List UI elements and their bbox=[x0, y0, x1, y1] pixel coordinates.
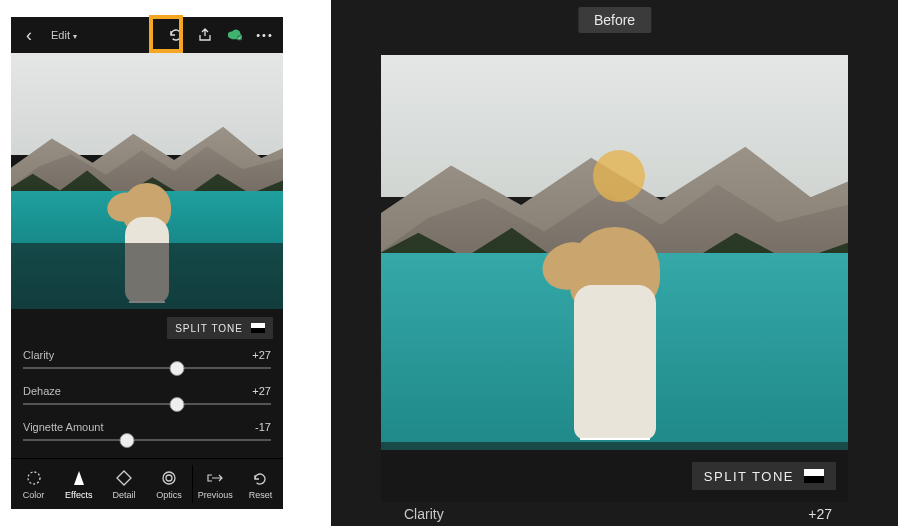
svg-point-3 bbox=[166, 475, 172, 481]
split-tone-button-large[interactable]: SPLIT TONE bbox=[692, 462, 836, 490]
svg-point-2 bbox=[163, 472, 175, 484]
reset-icon bbox=[251, 469, 269, 487]
image-overlay bbox=[11, 243, 283, 309]
before-pill: Before bbox=[578, 7, 651, 33]
clarity-label: Clarity bbox=[404, 506, 444, 522]
dehaze-slider[interactable]: Dehaze +27 bbox=[23, 385, 271, 415]
tool-effects[interactable]: Effects bbox=[56, 459, 101, 509]
share-icon[interactable] bbox=[197, 27, 213, 43]
more-icon[interactable]: ••• bbox=[257, 27, 273, 43]
tool-color[interactable]: Color bbox=[11, 459, 56, 509]
tool-reset[interactable]: Reset bbox=[238, 459, 283, 509]
optics-icon bbox=[160, 469, 178, 487]
effects-icon bbox=[70, 469, 88, 487]
back-icon[interactable]: ‹ bbox=[21, 27, 37, 43]
phone-editor: ‹ Edit ▾ ••• bbox=[11, 17, 283, 509]
touch-indicator-icon bbox=[593, 150, 645, 202]
mode-label[interactable]: Edit ▾ bbox=[51, 29, 77, 41]
split-tone-icon bbox=[251, 323, 265, 333]
vignette-slider[interactable]: Vignette Amount -17 bbox=[23, 421, 271, 451]
previous-icon bbox=[206, 469, 224, 487]
detail-icon bbox=[115, 469, 133, 487]
before-panel: Before SPLIT TONE Clarity +27 bbox=[331, 0, 898, 526]
cloud-sync-icon[interactable] bbox=[227, 27, 243, 43]
tool-optics[interactable]: Optics bbox=[147, 459, 192, 509]
color-icon bbox=[25, 469, 43, 487]
svg-point-1 bbox=[28, 472, 40, 484]
undo-icon[interactable] bbox=[167, 27, 183, 43]
split-tone-button[interactable]: SPLIT TONE bbox=[167, 317, 273, 339]
top-bar: ‹ Edit ▾ ••• bbox=[11, 17, 283, 53]
split-tone-icon bbox=[804, 469, 824, 483]
tool-detail[interactable]: Detail bbox=[101, 459, 146, 509]
clarity-slider[interactable]: Clarity +27 bbox=[23, 349, 271, 379]
tool-previous[interactable]: Previous bbox=[193, 459, 238, 509]
tool-bar: Color Effects Detail Optics Previous R bbox=[11, 458, 283, 509]
before-image[interactable] bbox=[381, 55, 848, 450]
clarity-value: +27 bbox=[808, 506, 832, 522]
